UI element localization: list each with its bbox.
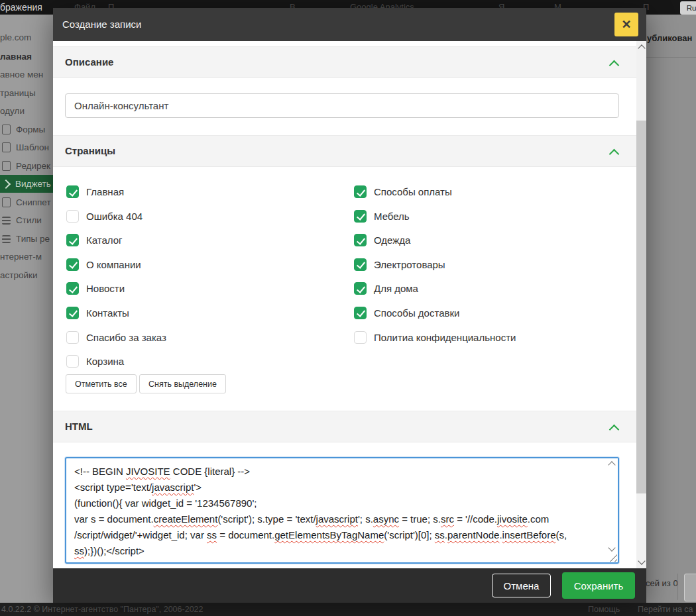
help-link[interactable]: Помощь (588, 605, 620, 614)
scroll-up-icon[interactable] (638, 44, 645, 52)
select-all-button[interactable]: Отметить все (66, 374, 137, 393)
version-copyright: 4.0.22.2 © Интернет-агентство "Пантера",… (1, 605, 203, 614)
sidebar-item[interactable]: Сниппет (0, 193, 53, 211)
page-checkbox-label: Мебель (374, 211, 410, 222)
page-checkbox-label: Для дома (374, 283, 418, 294)
page-checkbox-row[interactable]: Политиа конфиденциальности (354, 331, 516, 344)
checkbox-checked-icon[interactable] (354, 307, 367, 319)
checkbox-checked-icon[interactable] (354, 258, 367, 271)
records-count: сей из 0 (646, 578, 678, 588)
page-checkbox-row[interactable]: Контакты (66, 307, 166, 319)
sidebar-item[interactable]: траницы (0, 84, 53, 102)
page-checkbox-row[interactable]: Главная (66, 185, 166, 198)
page-checkbox-row[interactable]: Электротовары (354, 258, 516, 271)
pagination-divider (677, 574, 678, 600)
page-checkbox-row[interactable]: Одежда (354, 234, 516, 246)
page-checkbox-row[interactable]: Новости (66, 282, 166, 295)
pages-column-right: Способы оплатыМебельОдеждаЭлектротоварыД… (354, 185, 516, 344)
checkbox-checked-icon[interactable] (354, 282, 367, 295)
checkbox-unchecked-icon[interactable] (354, 331, 367, 344)
goto-site-link[interactable]: Перейти на са (638, 605, 693, 614)
sidebar-item[interactable]: лавная (0, 48, 53, 66)
page-checkbox-row[interactable]: Для дома (354, 282, 516, 295)
styles-icon (2, 217, 11, 225)
checkbox-checked-icon[interactable] (66, 307, 79, 319)
sidebar-item[interactable]: нтернет-м (0, 248, 53, 266)
sidebar: ple.com лавнаяавное ментраницыодулиФормы… (0, 15, 53, 603)
widget-icon (1, 179, 11, 188)
checkbox-unchecked-icon[interactable] (66, 210, 79, 223)
page-checkbox-label: Способы оплаты (374, 186, 452, 197)
sidebar-item[interactable]: астройки (0, 266, 53, 284)
code-line: <!-- BEGIN JIVOSITE CODE {literal} --> (74, 464, 602, 480)
html-code-textarea[interactable]: <!-- BEGIN JIVOSITE CODE {literal} --><s… (65, 457, 619, 564)
checkbox-checked-icon[interactable] (354, 234, 367, 246)
sidebar-item-active[interactable]: Виджеть (0, 175, 53, 193)
section-pages-header[interactable]: Страницы (53, 135, 636, 167)
checkbox-checked-icon[interactable] (354, 185, 367, 198)
scroll-up-icon[interactable] (608, 461, 615, 468)
sidebar-item-label: Типы ре (16, 234, 50, 244)
section-description-header[interactable]: Описание (53, 46, 636, 78)
html-code: <!-- BEGIN JIVOSITE CODE {literal} --><s… (74, 464, 602, 560)
deselect-all-button[interactable]: Снять выделение (139, 374, 226, 393)
page-checkbox-row[interactable]: О компании (66, 258, 166, 271)
page-checkbox-row[interactable]: Способы доставки (354, 307, 516, 319)
statusbar: 4.0.22.2 © Интернет-агентство "Пантера",… (0, 603, 696, 616)
chevron-up-icon[interactable] (609, 425, 620, 435)
page-checkbox-label: О компании (86, 259, 141, 270)
scroll-down-icon[interactable] (638, 557, 645, 564)
scroll-down-icon[interactable] (608, 544, 615, 551)
sidebar-item[interactable]: Типы ре (0, 230, 53, 248)
page-checkbox-label: Политиа конфиденциальности (374, 332, 516, 343)
sidebar-item[interactable]: авное мен (0, 66, 53, 83)
page-checkbox-row[interactable]: Способы оплаты (354, 185, 516, 198)
menu-item[interactable]: бражения (0, 0, 42, 15)
description-input[interactable]: Онлайн-консультант (65, 93, 619, 118)
page-checkbox-label: Спасибо за заказ (86, 332, 166, 343)
code-line: <script type='text/javascript'> (74, 480, 602, 495)
checkbox-checked-icon[interactable] (354, 210, 367, 223)
chevron-up-icon[interactable] (609, 149, 620, 160)
checkbox-unchecked-icon[interactable] (66, 355, 79, 368)
resize-grip-icon[interactable] (609, 554, 617, 562)
checkbox-unchecked-icon[interactable] (66, 331, 79, 344)
redirect-icon (2, 161, 11, 171)
checkbox-checked-icon[interactable] (66, 282, 79, 295)
page-checkbox-row[interactable]: Спасибо за заказ (66, 331, 166, 344)
page-checkbox-row[interactable]: Мебель (354, 210, 516, 223)
page-checkbox-label: Контакты (86, 307, 129, 319)
sidebar-item-label: Сниппет (16, 197, 51, 207)
app-root: браженияФайлПВGoogle AnalyticsЯМП Ru ple… (0, 0, 696, 616)
page-checkbox-row[interactable]: Корзина (66, 355, 166, 368)
sidebar-item-label: одули (0, 106, 25, 116)
language-button[interactable]: Ru (680, 1, 696, 15)
sidebar-item[interactable]: Редирек (0, 157, 53, 175)
section-html-header[interactable]: HTML (53, 411, 636, 442)
sidebar-item-label: лавная (0, 52, 32, 62)
scrollbar-thumb[interactable] (636, 121, 646, 493)
close-button[interactable]: ✕ (614, 13, 638, 36)
modal-scrollbar[interactable] (636, 41, 646, 568)
sidebar-item-label: Редирек (16, 161, 50, 171)
sidebar-item-label: Формы (16, 125, 45, 134)
sidebar-item[interactable]: Шаблон (0, 138, 53, 156)
sidebar-item[interactable]: Формы (0, 121, 53, 138)
pagination-box (684, 574, 696, 601)
page-checkbox-row[interactable]: Каталог (66, 234, 166, 246)
cancel-button[interactable]: Отмена (492, 574, 551, 597)
checkbox-checked-icon[interactable] (66, 258, 79, 271)
sidebar-item[interactable]: одули (0, 102, 53, 120)
checkbox-checked-icon[interactable] (66, 234, 79, 246)
textarea-scrollbar[interactable] (606, 458, 618, 553)
page-checkbox-label: Электротовары (374, 259, 445, 270)
checkbox-checked-icon[interactable] (66, 185, 79, 198)
page-checkbox-label: Способы доставки (374, 307, 459, 319)
page-checkbox-row[interactable]: Ошибка 404 (66, 210, 166, 223)
chevron-up-icon[interactable] (609, 60, 620, 71)
save-button[interactable]: Сохранить (562, 572, 635, 599)
sidebar-item-label: нтернет-м (0, 252, 42, 262)
sidebar-item-label: траницы (0, 88, 36, 98)
sidebar-item-label: авное мен (0, 70, 43, 79)
sidebar-item[interactable]: Стили (0, 211, 53, 229)
